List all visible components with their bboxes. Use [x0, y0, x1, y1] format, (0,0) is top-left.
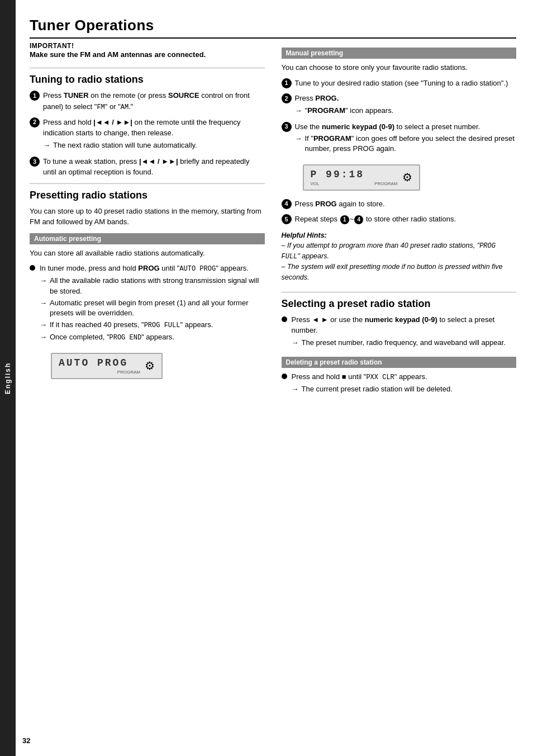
- auto-step-content: In tuner mode, press and hold PROG until…: [40, 263, 265, 343]
- skip-symbol-2: |◄◄ / ►►|: [139, 157, 178, 166]
- prog-full-text: PROG FULL: [144, 322, 180, 329]
- auto-arrow-2-text: Automatic preset will begin from preset …: [50, 298, 265, 318]
- selecting-arrow-text: The preset number, radio frequency, and …: [302, 338, 506, 348]
- selecting-step-content: Press ◄ ► or use the numeric keypad (0-9…: [292, 314, 517, 349]
- manual-step-3-content: Use the numeric keypad (0-9) to select a…: [295, 121, 517, 155]
- numeric-keypad-bold-2: numeric keypad (0-9): [365, 315, 437, 324]
- manual-step-num-3: 3: [282, 122, 292, 132]
- arrow-sym-1: →: [43, 140, 50, 150]
- auto-bullet: [30, 265, 35, 271]
- manual-step-3-arrow-text: If "PROGRAM" icon goes off before you se…: [305, 134, 517, 154]
- manual-step-4: 4 Press PROG again to store.: [282, 199, 517, 210]
- manual-step-3: 3 Use the numeric keypad (0-9) to select…: [282, 121, 517, 155]
- manual-presetting-header: Manual presetting: [282, 48, 517, 59]
- main-content: Tuner Operations IMPORTANT! Make sure th…: [16, 0, 533, 756]
- manual-step-1: 1 Tune to your desired radio station (se…: [282, 78, 517, 89]
- page-number: 32: [22, 736, 30, 745]
- divider-2: [30, 183, 265, 184]
- selecting-bullet: [282, 316, 287, 322]
- source-bold: SOURCE: [168, 91, 199, 100]
- program-bold-2: PROGRAM: [313, 134, 351, 143]
- manual-step-num-2: 2: [282, 93, 292, 103]
- prog-end-text: PROG END: [110, 334, 142, 342]
- tuning-step-3-content: To tune a weak station, press |◄◄ / ►►| …: [43, 156, 265, 178]
- numeric-keypad-bold: numeric keypad (0-9): [322, 122, 394, 131]
- tuning-step-1-content: Press TUNER on the remote (or press SOUR…: [43, 90, 265, 112]
- display-box-2: P 99:18 VOL PROGRAM ⚙: [303, 164, 420, 191]
- circle-4: 4: [354, 215, 363, 224]
- left-column: IMPORTANT! Make sure the FM and AM anten…: [30, 42, 265, 739]
- two-column-layout: IMPORTANT! Make sure the FM and AM anten…: [30, 42, 516, 739]
- divider-1: [30, 68, 265, 68]
- arrow-sym-a4: →: [40, 332, 47, 342]
- auto-arrow-1: → All the available radio stations with …: [40, 276, 265, 296]
- deleting-arrow: → The current preset radio station will …: [292, 384, 517, 394]
- display-2-icon: ⚙: [402, 171, 412, 184]
- display-box-1-container: AUTO PROG PROGRAM ⚙: [40, 348, 265, 384]
- auto-arrow-3-text: If it has reached 40 presets, "PROG FULL…: [50, 320, 213, 330]
- tuner-bold: TUNER: [64, 91, 89, 100]
- arrow-sym-m2: →: [295, 106, 302, 116]
- important-text: Make sure the FM and AM antennas are con…: [30, 50, 265, 60]
- selecting-arrow: → The preset number, radio frequency, an…: [292, 338, 517, 348]
- sidebar: English: [0, 0, 16, 756]
- auto-arrow-1-text: All the available radio stations with st…: [50, 276, 265, 296]
- auto-arrow-3: → If it has reached 40 presets, "PROG FU…: [40, 320, 265, 330]
- manual-step-3-arrow: → If "PROGRAM" icon goes off before you …: [295, 134, 517, 154]
- manual-step-5-content: Repeat steps 1~4 to store other radio st…: [295, 214, 517, 225]
- manual-step-num-1: 1: [282, 78, 292, 88]
- right-column: Manual presetting You can choose to stor…: [282, 42, 517, 739]
- auto-subtitle: You can store all available radio statio…: [30, 248, 265, 259]
- step-num-3: 3: [30, 157, 40, 167]
- page-container: English Tuner Operations IMPORTANT! Make…: [0, 0, 533, 756]
- arrow-sym-s1: →: [292, 338, 299, 348]
- tuning-step-2: 2 Press and hold |◄◄ / ►►| on the remote…: [30, 117, 265, 152]
- page-title: Tuner Operations: [30, 17, 516, 39]
- display-1-labels: PROGRAM: [59, 370, 140, 375]
- am-text: AM: [121, 103, 129, 111]
- tuning-step-2-arrow: → The next radio station will tune autom…: [43, 140, 265, 150]
- display-1-sub-right: PROGRAM: [117, 370, 140, 375]
- presetting-subtitle: You can store up to 40 preset radio stat…: [30, 206, 265, 228]
- helpful-hint-2: – The system will exit presetting mode i…: [282, 262, 517, 283]
- presetting-title: Presetting radio stations: [30, 190, 265, 201]
- deleting-step-content: Press and hold ■ until "PXX CLR" appears…: [292, 371, 517, 395]
- auto-arrow-2: → Automatic preset will begin from prese…: [40, 298, 265, 318]
- deleting-arrow-text: The current preset radio station will be…: [302, 384, 453, 394]
- manual-step-2-content: Press PROG. → "PROGRAM" icon appears.: [295, 93, 517, 117]
- prog-bold-3: PROG: [315, 200, 336, 208]
- arrow-sym-d1: →: [292, 384, 299, 394]
- display-1-text: AUTO PROG: [59, 357, 140, 368]
- divider-3: [282, 292, 517, 292]
- arrow-sym-a2: →: [40, 298, 47, 308]
- auto-presetting-header: Automatic presetting: [30, 233, 265, 244]
- fm-text: FM: [97, 103, 104, 111]
- display-2-main: P 99:18: [311, 169, 398, 180]
- manual-step-1-content: Tune to your desired radio station (see …: [295, 78, 517, 89]
- display-2-sub-left: VOL: [311, 181, 320, 186]
- arrow-sym-a3: →: [40, 320, 47, 330]
- selecting-step: Press ◄ ► or use the numeric keypad (0-9…: [282, 314, 517, 349]
- prog-bold-2: PROG.: [315, 94, 339, 102]
- stop-symbol: ■: [342, 372, 346, 381]
- auto-step: In tuner mode, press and hold PROG until…: [30, 263, 265, 343]
- tuning-step-3: 3 To tune a weak station, press |◄◄ / ►►…: [30, 156, 265, 178]
- pxx-clr-text: PXX CLR: [366, 374, 394, 381]
- display-box-2-container: P 99:18 VOL PROGRAM ⚙: [292, 160, 517, 195]
- skip-symbol: |◄◄ / ►►|: [93, 118, 132, 126]
- manual-step-num-5: 5: [282, 214, 292, 224]
- tuning-step-2-content: Press and hold |◄◄ / ►►| on the remote u…: [43, 117, 265, 152]
- helpful-hints: Helpful Hints: – If you attempt to progr…: [282, 230, 517, 283]
- arrow-sym-a1: →: [40, 276, 47, 286]
- auto-arrow-4: → Once completed, "PROG END" appears.: [40, 332, 265, 343]
- display-box-1: AUTO PROG PROGRAM ⚙: [51, 353, 163, 379]
- auto-arrow-4-text: Once completed, "PROG END" appears.: [50, 332, 174, 343]
- auto-prog-text: AUTO PROG: [179, 265, 216, 273]
- manual-step-num-4: 4: [282, 199, 292, 209]
- tuning-step-1: 1 Press TUNER on the remote (or press SO…: [30, 90, 265, 112]
- manual-step-2-arrow-text: "PROGRAM" icon appears.: [305, 106, 394, 116]
- helpful-hint-1: – If you attempt to program more than 40…: [282, 240, 517, 262]
- helpful-title: Helpful Hints:: [282, 230, 517, 241]
- tuning-title: Tuning to radio stations: [30, 74, 265, 86]
- arrow-sym-m3: →: [295, 134, 302, 144]
